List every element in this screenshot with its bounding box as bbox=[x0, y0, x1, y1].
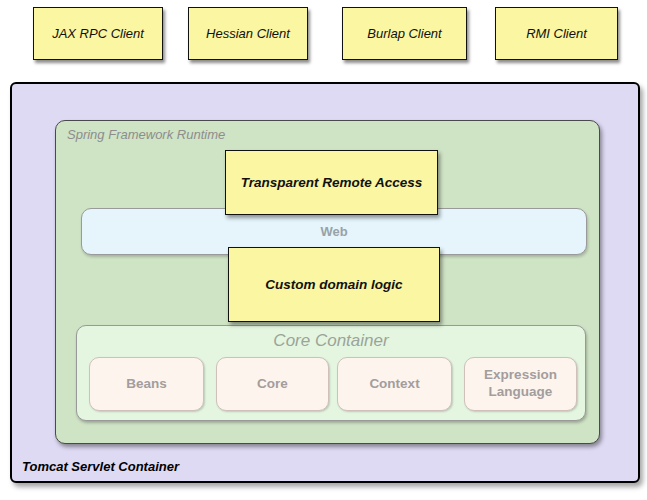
client-label: Hessian Client bbox=[206, 26, 290, 41]
core-container-label: Core Container bbox=[77, 331, 585, 351]
tomcat-servlet-container: Spring Framework Runtime Web Core Contai… bbox=[10, 82, 640, 483]
client-box-burlap: Burlap Client bbox=[342, 7, 467, 60]
client-label: RMI Client bbox=[526, 26, 587, 41]
module-box-core: Core bbox=[216, 357, 329, 411]
client-label: Burlap Client bbox=[367, 26, 441, 41]
client-label: JAX RPC Client bbox=[52, 26, 144, 41]
spring-runtime-label: Spring Framework Runtime bbox=[67, 127, 225, 142]
tomcat-container-label: Tomcat Servlet Container bbox=[22, 459, 179, 474]
module-label: Beans bbox=[126, 376, 167, 393]
module-label: Core bbox=[257, 376, 288, 393]
web-layer-label: Web bbox=[320, 224, 347, 239]
spring-framework-runtime: Spring Framework Runtime Web Core Contai… bbox=[55, 120, 600, 444]
module-label: Expression Language bbox=[473, 367, 568, 401]
module-box-context: Context bbox=[337, 357, 452, 411]
client-box-rmi: RMI Client bbox=[495, 7, 618, 60]
client-box-hessian: Hessian Client bbox=[188, 7, 308, 60]
core-container: Core Container Beans Core Context Expres… bbox=[76, 325, 586, 421]
custom-domain-logic-label: Custom domain logic bbox=[265, 277, 402, 292]
module-box-beans: Beans bbox=[89, 357, 204, 411]
transparent-remote-access-box: Transparent Remote Access bbox=[225, 150, 438, 215]
custom-domain-logic-box: Custom domain logic bbox=[228, 247, 440, 322]
module-box-expression-language: Expression Language bbox=[464, 357, 577, 411]
client-box-jax-rpc: JAX RPC Client bbox=[33, 7, 163, 60]
spring-architecture-diagram: JAX RPC Client Hessian Client Burlap Cli… bbox=[0, 0, 647, 500]
transparent-remote-access-label: Transparent Remote Access bbox=[241, 175, 423, 190]
module-label: Context bbox=[369, 376, 419, 393]
